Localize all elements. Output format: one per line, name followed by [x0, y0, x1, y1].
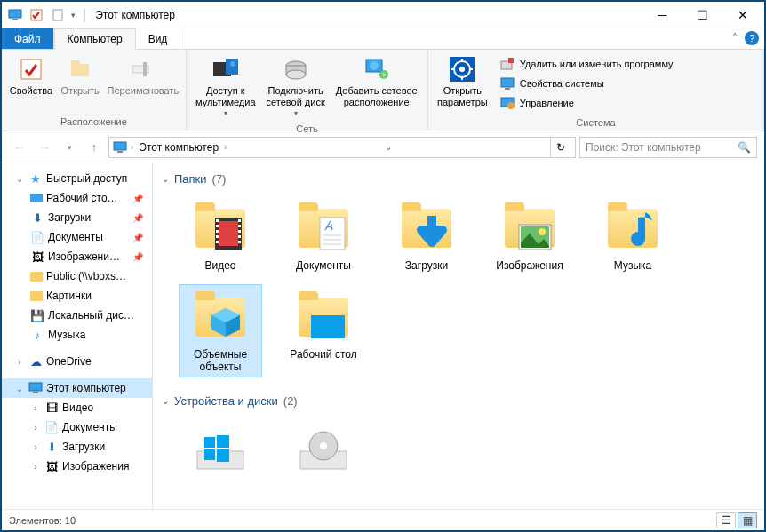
- tree-downloads[interactable]: ⬇Загрузки📌: [18, 208, 152, 227]
- tree-pictures3[interactable]: ›🖼Изображения: [18, 457, 152, 476]
- tree-local-disk[interactable]: 💾Локальный дис…: [18, 306, 152, 325]
- svg-rect-0: [9, 10, 21, 18]
- address-pc-icon: [113, 141, 127, 154]
- address-field[interactable]: › Этот компьютер › ⌄ ↻: [108, 137, 576, 158]
- svg-rect-32: [114, 142, 126, 150]
- tree-documents2[interactable]: ›📄Документы: [18, 417, 152, 437]
- nav-up-button[interactable]: ↑: [84, 137, 105, 158]
- folder-item[interactable]: Изображения: [489, 196, 571, 276]
- search-field[interactable]: Поиск: Этот компьютер 🔍: [579, 137, 757, 158]
- tab-file[interactable]: Файл: [2, 28, 54, 49]
- maximize-button[interactable]: ☐: [682, 3, 722, 28]
- status-element-count: Элементов: 10: [9, 515, 76, 526]
- folder-icon: A: [295, 200, 352, 257]
- navigation-tree: ⌄★Быстрый доступ Рабочий сто…📌 ⬇Загрузки…: [2, 163, 153, 511]
- tree-pictures[interactable]: 🖼Изображени…📌: [18, 247, 152, 266]
- nav-forward-button[interactable]: →: [34, 137, 55, 158]
- address-dropdown-icon[interactable]: ⌄: [378, 138, 399, 157]
- nav-back-button[interactable]: ←: [9, 137, 30, 158]
- tree-documents[interactable]: 📄Документы📌: [18, 227, 152, 247]
- tree-desktop[interactable]: Рабочий сто…📌: [18, 188, 152, 208]
- svg-rect-33: [117, 151, 123, 153]
- ribbon-group-location-label: Расположение: [2, 115, 186, 129]
- svg-rect-46: [238, 235, 241, 238]
- tree-videos[interactable]: ›🎞Видео: [18, 398, 152, 417]
- tree-this-pc[interactable]: ⌄Этот компьютер: [2, 378, 152, 398]
- uninstall-program-button[interactable]: Удалить или изменить программу: [497, 55, 677, 73]
- svg-point-16: [370, 61, 379, 70]
- tree-public[interactable]: Public (\\vboxs…: [18, 266, 152, 286]
- group-folders-header[interactable]: ⌄ Папки (7): [162, 167, 755, 191]
- folder-icon: [501, 200, 558, 257]
- folder-item[interactable]: AДокументы: [283, 196, 364, 276]
- group-devices-header[interactable]: ⌄ Устройства и диски (2): [162, 389, 755, 413]
- svg-text:+: +: [381, 70, 387, 80]
- star-icon: ★: [28, 171, 43, 186]
- help-icon[interactable]: ?: [745, 31, 759, 45]
- properties-button[interactable]: Свойства: [5, 53, 57, 99]
- svg-rect-34: [29, 383, 42, 391]
- tab-computer[interactable]: Компьютер: [54, 28, 136, 50]
- svg-rect-40: [216, 230, 219, 233]
- nav-recent-button[interactable]: ▾: [59, 137, 80, 158]
- svg-rect-41: [216, 235, 219, 238]
- svg-point-64: [320, 442, 327, 449]
- qat-separator: |: [83, 7, 86, 23]
- ribbon-collapse-icon[interactable]: ˄: [732, 32, 738, 44]
- tree-music[interactable]: ♪Музыка: [18, 325, 152, 345]
- svg-rect-28: [501, 78, 514, 87]
- refresh-button[interactable]: ↻: [550, 138, 571, 157]
- add-network-location-button[interactable]: + Добавить сетевое расположение: [331, 53, 423, 110]
- svg-rect-38: [216, 219, 219, 222]
- open-settings-button[interactable]: Открыть параметры: [432, 53, 493, 110]
- svg-point-11: [230, 61, 235, 67]
- drive-item[interactable]: [180, 418, 261, 486]
- folder-item[interactable]: Музыка: [592, 196, 674, 276]
- svg-rect-59: [217, 435, 229, 448]
- svg-rect-8: [143, 62, 147, 76]
- pin-icon: 📌: [132, 252, 143, 262]
- folder-item[interactable]: Объемные объекты: [180, 285, 261, 377]
- pin-icon: 📌: [132, 194, 143, 203]
- svg-rect-27: [508, 58, 514, 63]
- tree-onedrive[interactable]: ›☁OneDrive: [2, 352, 152, 371]
- media-access-button[interactable]: Доступ к мультимедиа▾: [190, 53, 261, 120]
- system-properties-button[interactable]: Свойства системы: [497, 75, 677, 92]
- qat-new-icon[interactable]: [50, 7, 66, 23]
- tree-downloads2[interactable]: ›⬇Загрузки: [18, 437, 152, 457]
- tab-view[interactable]: Вид: [136, 28, 181, 49]
- app-icon: [7, 7, 23, 23]
- minimize-button[interactable]: ─: [642, 3, 682, 28]
- folder-label: Загрузки: [405, 260, 448, 273]
- close-button[interactable]: ✕: [722, 3, 762, 28]
- folder-item[interactable]: Загрузки: [386, 196, 467, 276]
- view-details-button[interactable]: ☰: [716, 512, 736, 528]
- window-title: Этот компьютер: [95, 9, 175, 21]
- map-drive-button[interactable]: Подключить сетевой диск▾: [261, 53, 331, 120]
- ribbon-tabs: Файл Компьютер Вид ˄ ?: [2, 28, 764, 50]
- folder-item[interactable]: Видео: [180, 196, 261, 276]
- svg-rect-4: [21, 60, 41, 79]
- view-icons-button[interactable]: ▦: [738, 512, 757, 528]
- breadcrumb-root[interactable]: Этот компьютер: [137, 141, 220, 154]
- folder-label: Рабочий стол: [290, 349, 356, 361]
- qat-dropdown-icon[interactable]: ▾: [71, 11, 76, 20]
- svg-rect-6: [71, 60, 80, 65]
- search-placeholder: Поиск: Этот компьютер: [586, 141, 701, 154]
- svg-point-55: [539, 228, 546, 235]
- svg-point-21: [459, 67, 465, 72]
- svg-rect-56: [311, 315, 345, 338]
- svg-rect-61: [217, 449, 229, 462]
- chevron-down-icon: ⌄: [162, 174, 169, 184]
- folder-label: Документы: [296, 260, 351, 273]
- qat-properties-icon[interactable]: [28, 7, 44, 23]
- svg-rect-58: [204, 437, 215, 448]
- drive-item[interactable]: [283, 418, 364, 486]
- svg-rect-39: [216, 225, 219, 227]
- tree-quick-access[interactable]: ⌄★Быстрый доступ: [2, 169, 152, 188]
- manage-button[interactable]: Управление: [497, 94, 677, 112]
- tree-pictures2[interactable]: Картинки: [18, 286, 152, 306]
- svg-rect-10: [226, 59, 238, 75]
- content-pane: ⌄ Папки (7) ВидеоAДокументыЗагрузкиИзобр…: [153, 163, 764, 511]
- folder-item[interactable]: Рабочий стол: [283, 285, 364, 377]
